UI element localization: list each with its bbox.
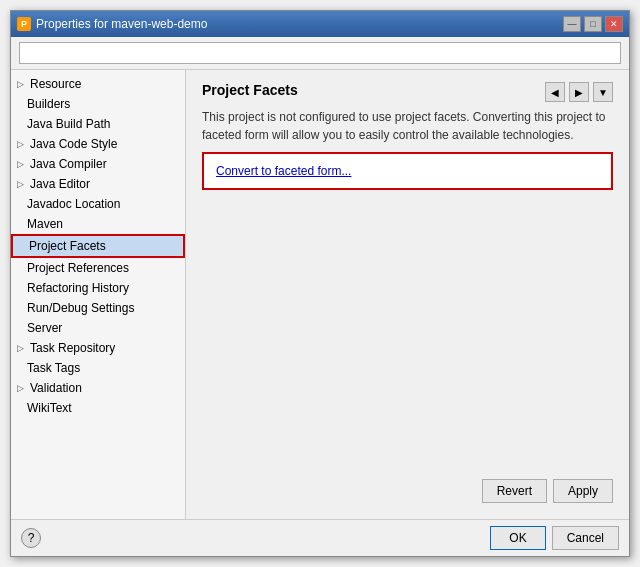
footer: ? OK Cancel <box>11 519 629 556</box>
sidebar-item-maven[interactable]: Maven <box>11 214 185 234</box>
back-button[interactable]: ◀ <box>545 82 565 102</box>
sidebar-item-javadoc-location[interactable]: Javadoc Location <box>11 194 185 214</box>
facets-box: Convert to faceted form... <box>202 152 613 190</box>
title-bar: P Properties for maven-web-demo — □ ✕ <box>11 11 629 37</box>
sidebar-item-label: Maven <box>27 217 63 231</box>
arrow-icon: ▷ <box>17 159 24 169</box>
sidebar-item-wikitext[interactable]: WikiText <box>11 398 185 418</box>
sidebar-item-label: Java Editor <box>30 177 90 191</box>
content-area: ▷ Resource Builders Java Build Path ▷ Ja… <box>11 70 629 519</box>
sidebar-item-label: Task Tags <box>27 361 80 375</box>
sidebar-item-builders[interactable]: Builders <box>11 94 185 114</box>
panel-toolbar: ◀ ▶ ▼ <box>545 82 613 102</box>
sidebar-item-java-code-style[interactable]: ▷ Java Code Style <box>11 134 185 154</box>
sidebar-item-label: Javadoc Location <box>27 197 120 211</box>
sidebar-item-server[interactable]: Server <box>11 318 185 338</box>
sidebar-item-task-repository[interactable]: ▷ Task Repository <box>11 338 185 358</box>
sidebar-item-label: Project Facets <box>29 239 106 253</box>
maximize-button[interactable]: □ <box>584 16 602 32</box>
sidebar-item-label: Java Build Path <box>27 117 110 131</box>
sidebar-item-label: Java Compiler <box>30 157 107 171</box>
sidebar-item-java-compiler[interactable]: ▷ Java Compiler <box>11 154 185 174</box>
window-icon: P <box>17 17 31 31</box>
search-bar <box>11 37 629 70</box>
cancel-button[interactable]: Cancel <box>552 526 619 550</box>
sidebar-item-label: Task Repository <box>30 341 115 355</box>
sidebar-item-resource[interactable]: ▷ Resource <box>11 74 185 94</box>
sidebar-item-label: Server <box>27 321 62 335</box>
apply-button[interactable]: Apply <box>553 479 613 503</box>
title-buttons: — □ ✕ <box>563 16 623 32</box>
help-button[interactable]: ? <box>21 528 41 548</box>
sidebar: ▷ Resource Builders Java Build Path ▷ Ja… <box>11 70 186 519</box>
dropdown-button[interactable]: ▼ <box>593 82 613 102</box>
window-title: Properties for maven-web-demo <box>36 17 207 31</box>
sidebar-item-run-debug-settings[interactable]: Run/Debug Settings <box>11 298 185 318</box>
forward-button[interactable]: ▶ <box>569 82 589 102</box>
sidebar-item-project-references[interactable]: Project References <box>11 258 185 278</box>
minimize-button[interactable]: — <box>563 16 581 32</box>
arrow-icon: ▷ <box>17 383 24 393</box>
convert-link[interactable]: Convert to faceted form... <box>216 164 351 178</box>
help-symbol: ? <box>28 531 35 545</box>
sidebar-item-java-editor[interactable]: ▷ Java Editor <box>11 174 185 194</box>
sidebar-item-project-facets[interactable]: Project Facets <box>11 234 185 258</box>
revert-button[interactable]: Revert <box>482 479 547 503</box>
search-input[interactable] <box>19 42 621 64</box>
sidebar-item-label: Builders <box>27 97 70 111</box>
sidebar-item-label: Refactoring History <box>27 281 129 295</box>
sidebar-item-task-tags[interactable]: Task Tags <box>11 358 185 378</box>
sidebar-item-validation[interactable]: ▷ Validation <box>11 378 185 398</box>
arrow-icon: ▷ <box>17 79 24 89</box>
sidebar-item-label: Resource <box>30 77 81 91</box>
sidebar-item-label: WikiText <box>27 401 72 415</box>
sidebar-item-java-build-path[interactable]: Java Build Path <box>11 114 185 134</box>
arrow-icon: ▷ <box>17 179 24 189</box>
arrow-icon: ▷ <box>17 343 24 353</box>
bottom-buttons: Revert Apply <box>202 471 613 507</box>
properties-window: P Properties for maven-web-demo — □ ✕ ▷ … <box>10 10 630 557</box>
title-bar-left: P Properties for maven-web-demo <box>17 17 207 31</box>
main-panel: Project Facets ◀ ▶ ▼ This project is not… <box>186 70 629 519</box>
close-button[interactable]: ✕ <box>605 16 623 32</box>
arrow-icon: ▷ <box>17 139 24 149</box>
sidebar-item-label: Run/Debug Settings <box>27 301 134 315</box>
sidebar-item-refactoring-history[interactable]: Refactoring History <box>11 278 185 298</box>
panel-title: Project Facets <box>202 82 298 98</box>
sidebar-item-label: Validation <box>30 381 82 395</box>
footer-buttons: OK Cancel <box>490 526 619 550</box>
panel-description: This project is not configured to use pr… <box>202 108 613 144</box>
ok-button[interactable]: OK <box>490 526 545 550</box>
sidebar-item-label: Project References <box>27 261 129 275</box>
sidebar-item-label: Java Code Style <box>30 137 117 151</box>
